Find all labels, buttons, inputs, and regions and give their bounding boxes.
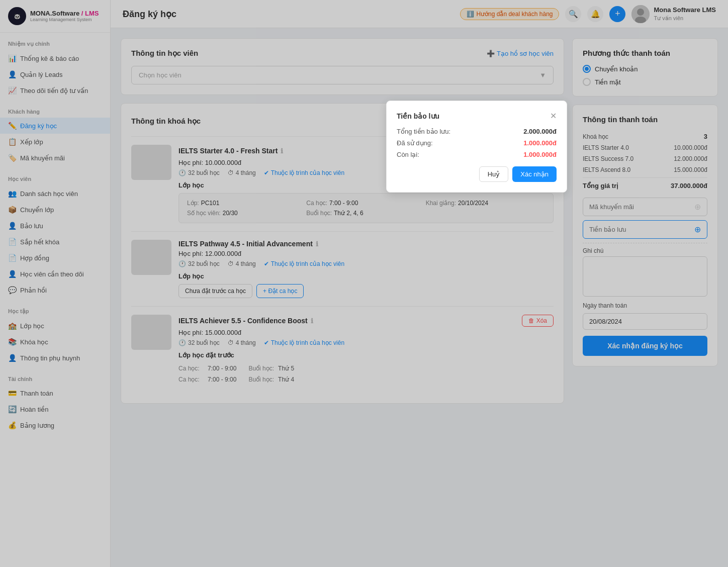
popup-overlay: Tiền bảo lưu ✕ Tổng tiền bảo lưu: 2.000.… <box>0 0 728 567</box>
popup-close-button[interactable]: ✕ <box>550 111 557 121</box>
popup-used-row: Đã sử dụng: 1.000.000đ <box>397 139 557 147</box>
popup-remaining-value: 1.000.000đ <box>523 151 557 158</box>
popup-remaining-row: Còn lại: 1.000.000đ <box>397 151 557 158</box>
popup-confirm-button[interactable]: Xác nhận <box>512 166 557 182</box>
popup-used-value: 1.000.000đ <box>523 139 557 147</box>
popup-cancel-button[interactable]: Huỷ <box>479 166 509 182</box>
popup-header: Tiền bảo lưu ✕ <box>397 111 557 121</box>
popup-remaining-label: Còn lại: <box>397 151 419 158</box>
popup-used-label: Đã sử dụng: <box>397 139 433 147</box>
popup-total-row: Tổng tiền bảo lưu: 2.000.000đ <box>397 128 557 135</box>
deposit-popup: Tiền bảo lưu ✕ Tổng tiền bảo lưu: 2.000.… <box>386 101 567 193</box>
popup-total-label: Tổng tiền bảo lưu: <box>397 128 450 135</box>
popup-actions: Huỷ Xác nhận <box>397 166 557 182</box>
popup-title: Tiền bảo lưu <box>397 112 439 120</box>
popup-total-value: 2.000.000đ <box>523 128 557 135</box>
